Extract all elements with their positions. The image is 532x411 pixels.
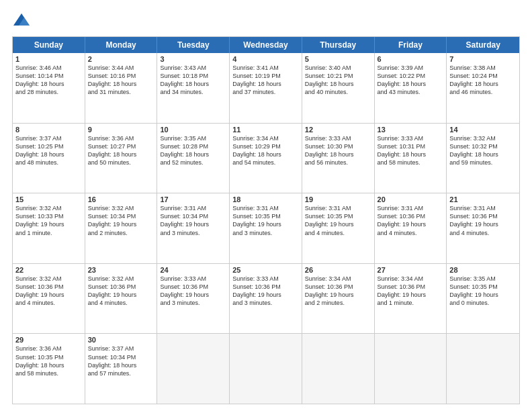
day-cell-20: 20Sunrise: 3:31 AMSunset: 10:36 PMDaylig… xyxy=(375,193,447,263)
day-number: 14 xyxy=(449,126,517,134)
day-number: 22 xyxy=(15,266,82,274)
empty-cell xyxy=(447,334,519,404)
logo xyxy=(12,12,34,31)
day-cell-2: 2Sunrise: 3:44 AMSunset: 10:16 PMDayligh… xyxy=(85,53,158,123)
logo-icon xyxy=(12,12,31,31)
day-cell-12: 12Sunrise: 3:33 AMSunset: 10:30 PMDaylig… xyxy=(302,124,375,193)
day-info: Sunrise: 3:33 AMSunset: 10:36 PMDaylight… xyxy=(232,275,299,308)
header-day-sunday: Sunday xyxy=(13,37,85,53)
day-number: 11 xyxy=(232,126,299,134)
day-number: 20 xyxy=(378,195,444,203)
day-cell-22: 22Sunrise: 3:32 AMSunset: 10:36 PMDaylig… xyxy=(13,264,85,334)
day-info: Sunrise: 3:36 AMSunset: 10:27 PMDaylight… xyxy=(88,134,154,167)
day-number: 24 xyxy=(160,266,226,274)
empty-cell xyxy=(375,334,447,404)
day-number: 5 xyxy=(305,55,371,63)
day-cell-5: 5Sunrise: 3:40 AMSunset: 10:21 PMDayligh… xyxy=(302,53,375,123)
day-number: 16 xyxy=(88,195,154,203)
day-number: 3 xyxy=(160,55,226,63)
day-cell-6: 6Sunrise: 3:39 AMSunset: 10:22 PMDayligh… xyxy=(375,53,447,123)
week-row-1: 1Sunrise: 3:46 AMSunset: 10:14 PMDayligh… xyxy=(13,53,519,123)
day-number: 10 xyxy=(160,126,226,134)
day-info: Sunrise: 3:31 AMSunset: 10:35 PMDaylight… xyxy=(232,204,299,237)
empty-cell xyxy=(230,334,302,404)
day-info: Sunrise: 3:37 AMSunset: 10:25 PMDaylight… xyxy=(15,134,82,167)
day-number: 1 xyxy=(15,55,82,63)
day-info: Sunrise: 3:41 AMSunset: 10:19 PMDaylight… xyxy=(232,64,299,97)
header-day-thursday: Thursday xyxy=(302,37,375,53)
day-cell-24: 24Sunrise: 3:33 AMSunset: 10:36 PMDaylig… xyxy=(157,264,230,334)
day-info: Sunrise: 3:32 AMSunset: 10:36 PMDaylight… xyxy=(88,275,154,308)
week-row-4: 22Sunrise: 3:32 AMSunset: 10:36 PMDaylig… xyxy=(13,263,519,334)
day-cell-17: 17Sunrise: 3:31 AMSunset: 10:34 PMDaylig… xyxy=(157,193,230,263)
day-info: Sunrise: 3:38 AMSunset: 10:24 PMDaylight… xyxy=(449,64,517,97)
day-info: Sunrise: 3:34 AMSunset: 10:36 PMDaylight… xyxy=(378,275,444,308)
day-number: 27 xyxy=(378,266,444,274)
day-number: 29 xyxy=(15,336,82,344)
day-cell-27: 27Sunrise: 3:34 AMSunset: 10:36 PMDaylig… xyxy=(375,264,447,334)
day-cell-28: 28Sunrise: 3:35 AMSunset: 10:35 PMDaylig… xyxy=(447,264,519,334)
day-info: Sunrise: 3:34 AMSunset: 10:36 PMDaylight… xyxy=(305,275,371,308)
day-info: Sunrise: 3:32 AMSunset: 10:34 PMDaylight… xyxy=(88,204,154,237)
day-cell-10: 10Sunrise: 3:35 AMSunset: 10:28 PMDaylig… xyxy=(157,124,230,193)
day-info: Sunrise: 3:46 AMSunset: 10:14 PMDaylight… xyxy=(15,64,82,97)
page: SundayMondayTuesdayWednesdayThursdayFrid… xyxy=(0,0,532,411)
day-number: 6 xyxy=(378,55,444,63)
day-cell-26: 26Sunrise: 3:34 AMSunset: 10:36 PMDaylig… xyxy=(302,264,375,334)
day-info: Sunrise: 3:43 AMSunset: 10:18 PMDaylight… xyxy=(160,64,226,97)
empty-cell xyxy=(302,334,375,404)
empty-cell xyxy=(157,334,230,404)
day-cell-25: 25Sunrise: 3:33 AMSunset: 10:36 PMDaylig… xyxy=(230,264,302,334)
day-cell-9: 9Sunrise: 3:36 AMSunset: 10:27 PMDayligh… xyxy=(85,124,158,193)
day-cell-4: 4Sunrise: 3:41 AMSunset: 10:19 PMDayligh… xyxy=(230,53,302,123)
day-number: 9 xyxy=(88,126,154,134)
day-number: 17 xyxy=(160,195,226,203)
day-info: Sunrise: 3:34 AMSunset: 10:29 PMDaylight… xyxy=(232,134,299,167)
day-cell-15: 15Sunrise: 3:32 AMSunset: 10:33 PMDaylig… xyxy=(13,193,85,263)
day-info: Sunrise: 3:40 AMSunset: 10:21 PMDaylight… xyxy=(305,64,371,97)
day-number: 8 xyxy=(15,126,82,134)
day-cell-1: 1Sunrise: 3:46 AMSunset: 10:14 PMDayligh… xyxy=(13,53,85,123)
day-info: Sunrise: 3:32 AMSunset: 10:36 PMDaylight… xyxy=(15,275,82,308)
day-info: Sunrise: 3:33 AMSunset: 10:36 PMDaylight… xyxy=(160,275,226,308)
day-cell-16: 16Sunrise: 3:32 AMSunset: 10:34 PMDaylig… xyxy=(85,193,158,263)
day-cell-7: 7Sunrise: 3:38 AMSunset: 10:24 PMDayligh… xyxy=(447,53,519,123)
day-info: Sunrise: 3:33 AMSunset: 10:31 PMDaylight… xyxy=(378,134,444,167)
day-number: 7 xyxy=(449,55,517,63)
header-day-wednesday: Wednesday xyxy=(230,37,302,53)
day-cell-23: 23Sunrise: 3:32 AMSunset: 10:36 PMDaylig… xyxy=(85,264,158,334)
header xyxy=(12,12,520,31)
day-cell-29: 29Sunrise: 3:36 AMSunset: 10:35 PMDaylig… xyxy=(13,334,85,404)
day-cell-13: 13Sunrise: 3:33 AMSunset: 10:31 PMDaylig… xyxy=(375,124,447,193)
day-info: Sunrise: 3:32 AMSunset: 10:32 PMDaylight… xyxy=(449,134,517,167)
day-info: Sunrise: 3:33 AMSunset: 10:30 PMDaylight… xyxy=(305,134,371,167)
week-row-3: 15Sunrise: 3:32 AMSunset: 10:33 PMDaylig… xyxy=(13,193,519,263)
day-number: 13 xyxy=(378,126,444,134)
day-info: Sunrise: 3:35 AMSunset: 10:35 PMDaylight… xyxy=(449,275,517,308)
day-number: 30 xyxy=(88,336,154,344)
header-day-monday: Monday xyxy=(85,37,158,53)
day-info: Sunrise: 3:39 AMSunset: 10:22 PMDaylight… xyxy=(378,64,444,97)
calendar-header: SundayMondayTuesdayWednesdayThursdayFrid… xyxy=(13,37,519,53)
day-number: 2 xyxy=(88,55,154,63)
day-number: 28 xyxy=(449,266,517,274)
week-row-2: 8Sunrise: 3:37 AMSunset: 10:25 PMDayligh… xyxy=(13,123,519,193)
day-cell-18: 18Sunrise: 3:31 AMSunset: 10:35 PMDaylig… xyxy=(230,193,302,263)
day-info: Sunrise: 3:31 AMSunset: 10:35 PMDaylight… xyxy=(305,204,371,237)
day-number: 25 xyxy=(232,266,299,274)
day-cell-11: 11Sunrise: 3:34 AMSunset: 10:29 PMDaylig… xyxy=(230,124,302,193)
day-number: 4 xyxy=(232,55,299,63)
day-info: Sunrise: 3:37 AMSunset: 10:34 PMDaylight… xyxy=(88,345,154,377)
day-info: Sunrise: 3:31 AMSunset: 10:34 PMDaylight… xyxy=(160,204,226,237)
day-info: Sunrise: 3:44 AMSunset: 10:16 PMDaylight… xyxy=(88,64,154,97)
day-info: Sunrise: 3:35 AMSunset: 10:28 PMDaylight… xyxy=(160,134,226,167)
calendar-body: 1Sunrise: 3:46 AMSunset: 10:14 PMDayligh… xyxy=(13,53,519,404)
day-info: Sunrise: 3:31 AMSunset: 10:36 PMDaylight… xyxy=(378,204,444,237)
day-number: 12 xyxy=(305,126,371,134)
header-day-tuesday: Tuesday xyxy=(157,37,230,53)
day-info: Sunrise: 3:36 AMSunset: 10:35 PMDaylight… xyxy=(15,345,82,377)
day-info: Sunrise: 3:31 AMSunset: 10:36 PMDaylight… xyxy=(449,204,517,237)
day-cell-21: 21Sunrise: 3:31 AMSunset: 10:36 PMDaylig… xyxy=(447,193,519,263)
header-day-friday: Friday xyxy=(375,37,447,53)
header-day-saturday: Saturday xyxy=(447,37,519,53)
